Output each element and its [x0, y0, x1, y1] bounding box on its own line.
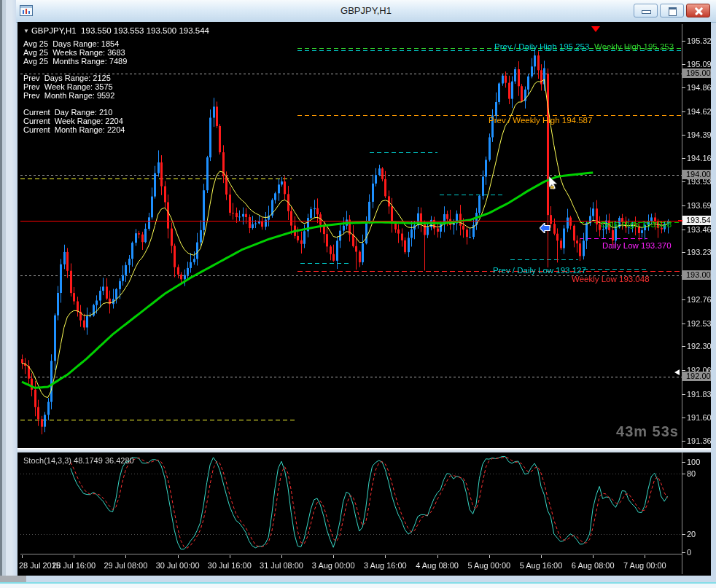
- price-tick-label: 191.830: [687, 390, 711, 399]
- price-tick-label: 194.160: [687, 154, 711, 162]
- restore-icon: [669, 7, 677, 16]
- price-tick-label: 195.095: [687, 60, 711, 68]
- time-tick-label: 5 Aug 16:00: [516, 561, 566, 570]
- time-tick-label: 5 Aug 00:00: [464, 561, 514, 570]
- level-label: Daily High 193.528: [601, 220, 672, 229]
- info-line: Prev Week Range: 3575: [23, 83, 209, 92]
- stoch-scale-label: 80: [687, 469, 696, 478]
- info-line: Avg 25 Weeks Range: 3683: [23, 49, 209, 58]
- price-tick-label: 193.230: [687, 248, 711, 256]
- window-bottom-frame: [0, 584, 716, 588]
- time-tick: [593, 555, 594, 558]
- price-tick-label: 192.765: [687, 295, 711, 304]
- panel-splitter[interactable]: [17, 448, 711, 452]
- time-tick: [74, 555, 74, 558]
- info-panel: ▼GBPJPY,H1 193.550 193.553 193.500 193.5…: [23, 26, 209, 135]
- time-tick: [437, 555, 438, 558]
- round-level-badge: 193.000: [682, 270, 711, 280]
- symbol-quote-line[interactable]: ▼GBPJPY,H1 193.550 193.553 193.500 193.5…: [23, 26, 209, 36]
- level-label: Prev / Daily High 195.253: [494, 42, 589, 51]
- time-tick-label: 3 Aug 00:00: [308, 561, 358, 570]
- alert-arrow-icon: [591, 26, 600, 32]
- time-axis[interactable]: 28 Jul 201528 Jul 16:0029 Jul 08:0030 Ju…: [17, 555, 711, 576]
- time-tick: [645, 555, 645, 558]
- level-label: Daily Low 193.370: [602, 241, 672, 250]
- price-tick-label: 191.600: [687, 413, 711, 422]
- round-level-badge: 194.000: [682, 170, 711, 179]
- parent-frame-strip: [0, 0, 16, 588]
- price-tick-label: 191.365: [687, 436, 711, 445]
- current-price-badge: 193.544: [682, 216, 711, 225]
- price-tick-label: 193.460: [687, 225, 711, 234]
- stoch-scale-label: 100: [687, 458, 700, 466]
- price-tick-label: 194.860: [687, 83, 711, 92]
- candle-countdown-timer: 43m 53s: [616, 423, 679, 440]
- time-tick: [22, 555, 23, 558]
- time-tick-label: 4 Aug 08:00: [413, 561, 462, 570]
- price-tick-label: 193.695: [687, 201, 711, 210]
- time-tick-label: 3 Aug 16:00: [360, 561, 410, 570]
- restore-button[interactable]: [660, 4, 684, 17]
- time-tick-label: 6 Aug 08:00: [568, 561, 618, 570]
- scroll-arrow-icon: [540, 223, 550, 236]
- chart-titlebar[interactable]: GBPJPY,H1: [16, 0, 716, 23]
- level-label: Prev / Daily Low 193.127: [493, 266, 586, 275]
- info-line: Current Month Range: 2204: [23, 126, 209, 135]
- window-title: GBPJPY,H1: [16, 5, 716, 16]
- time-tick-label: 30 Jul 00:00: [153, 561, 203, 570]
- mouse-cursor-icon: [548, 176, 560, 194]
- time-tick: [125, 555, 126, 558]
- time-tick: [178, 555, 179, 558]
- time-tick: [281, 555, 282, 558]
- round-level-badge: 192.000: [682, 372, 711, 381]
- stoch-indicator-canvas[interactable]: [20, 454, 682, 554]
- time-tick: [230, 555, 230, 558]
- minimize-icon: [642, 10, 651, 14]
- time-tick-label: 28 Jul 16:00: [49, 561, 98, 570]
- time-tick: [489, 555, 490, 558]
- price-marker-arrow-icon: [674, 369, 680, 375]
- time-tick-label: 30 Jul 16:00: [205, 561, 254, 570]
- symbol-dropdown-icon: ▼: [23, 28, 29, 34]
- chart-client-area: ▼GBPJPY,H1 193.550 193.553 193.500 193.5…: [17, 22, 711, 576]
- price-tick-label: 195.325: [687, 36, 711, 45]
- time-tick: [541, 555, 542, 558]
- time-axis-separator: [20, 554, 682, 554]
- price-tick-label: 192.530: [687, 319, 711, 328]
- info-line: Avg 25 Months Range: 7489: [23, 58, 209, 66]
- price-tick-label: 192.300: [687, 342, 711, 350]
- time-tick: [333, 555, 334, 558]
- minimize-button[interactable]: [634, 4, 658, 17]
- info-line: Prev Month Range: 9592: [23, 92, 209, 101]
- time-tick-label: 7 Aug 00:00: [620, 561, 669, 570]
- time-tick-label: 31 Jul 08:00: [257, 561, 306, 570]
- time-tick: [385, 555, 386, 558]
- stoch-indicator-label: Stoch(14,3,3) 48.1749 36.4280: [23, 456, 134, 465]
- level-label: Weekly High 195.253: [594, 42, 674, 51]
- close-button[interactable]: [686, 4, 710, 17]
- stoch-scale-label: 20: [687, 530, 696, 538]
- round-level-badge: 195.000: [682, 68, 711, 78]
- level-label: Prev / Weekly High 194.587: [489, 116, 592, 125]
- price-tick-label: 194.625: [687, 107, 711, 116]
- time-tick-label: 29 Jul 08:00: [101, 561, 150, 570]
- price-tick-label: 194.395: [687, 130, 711, 139]
- level-label: Weekly Low 193.048: [572, 275, 650, 283]
